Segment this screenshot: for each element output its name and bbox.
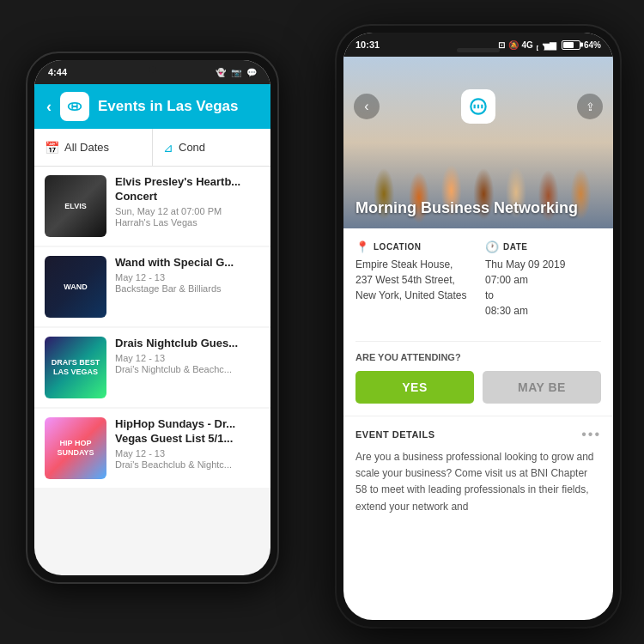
event-hero-title: Morning Business Networking <box>355 199 601 218</box>
event-date-3: May 12 - 13 <box>115 353 260 363</box>
filter-bar-back: 📅 All Dates ⊿ Cond <box>34 129 270 167</box>
event-details-section: EVENT DETAILS ••• Are you a business pro… <box>343 416 613 526</box>
battery-icon <box>562 40 580 50</box>
event-info-4: HipHop Sundays - Dr... Vegas Guest List … <box>115 417 260 470</box>
scene: 4:44 👻 📷 💬 ‹ Events in <box>0 0 644 644</box>
no-notif-icon: 🔕 <box>508 40 519 50</box>
location-pin-icon: 📍 <box>355 240 369 253</box>
date-label: DATE <box>503 242 527 252</box>
filter-cond-label: Cond <box>179 141 205 154</box>
message-icon: 💬 <box>246 68 257 77</box>
location-label-row: 📍 LOCATION <box>355 240 471 253</box>
event-date-4: May 12 - 13 <box>115 448 260 459</box>
camera-front <box>538 45 544 52</box>
event-date-2: May 12 - 13 <box>115 272 260 283</box>
event-details-text: Are you a business professional looking … <box>355 449 601 515</box>
date-value: Thu May 09 2019 07:00 am to 08:30 am <box>485 257 601 319</box>
battery-fill <box>563 42 574 48</box>
hero-logo <box>461 89 495 124</box>
event-venue-3: Drai's Nightclub & Beachc... <box>115 364 260 374</box>
list-item[interactable]: DRAI'S BEST LAS VEGAS Drais Nightclub Gu… <box>34 328 270 407</box>
location-label: LOCATION <box>374 242 421 252</box>
event-name-2: Wand with Special G... <box>115 256 260 270</box>
hero-nav: ‹ ⇪ <box>343 89 613 124</box>
filter-dates[interactable]: 📅 All Dates <box>34 129 153 166</box>
status-time-front: 10:31 <box>355 39 380 50</box>
maybe-button[interactable]: MAY BE <box>483 371 601 404</box>
location-value: Empire Steak House, 237 West 54th Street… <box>355 257 471 303</box>
event-venue-2: Backstage Bar & Billiards <box>115 283 260 294</box>
instagram-icon: 📷 <box>231 68 241 77</box>
back-chevron-icon: ‹ <box>364 99 368 114</box>
event-venue-1: Harrah's Las Vegas <box>115 217 260 228</box>
status-icons-back: 👻 📷 💬 <box>216 68 257 77</box>
event-info-3: Drais Nightclub Gues... May 12 - 13 Drai… <box>115 337 260 374</box>
detail-row: 📍 LOCATION Empire Steak House, 237 West … <box>355 240 601 319</box>
event-thumb-drais: DRAI'S BEST LAS VEGAS <box>45 337 106 398</box>
phone-back: 4:44 👻 📷 💬 ‹ Events in <box>26 52 279 584</box>
camera-back <box>149 66 156 73</box>
date-label-row: 🕐 DATE <box>485 240 601 253</box>
app-header-back: ‹ Events in Las Vegas <box>34 84 270 129</box>
yes-button[interactable]: YES <box>355 371 474 404</box>
event-info-2: Wand with Special G... May 12 - 13 Backs… <box>115 256 260 294</box>
event-thumb-hiphop: HIP HOP SUNDAYS <box>45 417 106 479</box>
event-thumb-elvis: ELVIS <box>45 175 106 237</box>
speaker-front <box>457 48 500 52</box>
event-name-1: Elvis Presley's Heartb...Concert <box>115 175 260 204</box>
hero-title-area: Morning Business Networking <box>343 199 613 218</box>
snapchat-icon: 👻 <box>216 68 226 77</box>
more-options-icon[interactable]: ••• <box>581 427 601 442</box>
attending-section: ARE YOU ATTENDING? YES MAY BE <box>343 341 613 416</box>
event-hero: ‹ ⇪ Morning Business Ne <box>343 57 613 228</box>
logo-back <box>60 92 89 121</box>
filter-dates-label: All Dates <box>64 141 109 154</box>
event-name-4: HipHop Sundays - Dr... Vegas Guest List … <box>115 417 260 447</box>
event-venue-4: Drai's Beachclub & Nightc... <box>115 459 260 470</box>
hero-share-button[interactable]: ⇪ <box>577 94 603 119</box>
phone-front: 10:31 ⊡ 🔕 4G ▄▅▆ 64% <box>337 26 620 627</box>
back-arrow-back[interactable]: ‹ <box>46 98 52 116</box>
detail-section: 📍 LOCATION Empire Steak House, 237 West … <box>343 228 613 331</box>
date-col: 🕐 DATE Thu May 09 2019 07:00 am to 08:30… <box>485 240 601 319</box>
app-title-back: Events in Las Vegas <box>98 98 238 115</box>
list-item[interactable]: ELVIS Elvis Presley's Heartb...Concert S… <box>34 167 270 246</box>
screen-front: 10:31 ⊡ 🔕 4G ▄▅▆ 64% <box>343 33 613 620</box>
event-details-header: EVENT DETAILS ••• <box>355 427 601 442</box>
share-icon: ⇪ <box>586 100 595 113</box>
event-date-1: Sun, May 12 at 07:00 PM <box>115 206 260 216</box>
event-list-back: ELVIS Elvis Presley's Heartb...Concert S… <box>34 167 270 489</box>
status-time-back: 4:44 <box>48 67 67 77</box>
screen-back: 4:44 👻 📷 💬 ‹ Events in <box>34 60 270 575</box>
list-item[interactable]: HIP HOP SUNDAYS HipHop Sundays - Dr... V… <box>34 409 270 488</box>
status-bar-front: 10:31 ⊡ 🔕 4G ▄▅▆ 64% <box>343 33 613 57</box>
event-name-3: Drais Nightclub Gues... <box>115 337 260 351</box>
event-details-label: EVENT DETAILS <box>355 429 434 440</box>
signal-label: 4G <box>522 40 533 50</box>
attending-buttons: YES MAY BE <box>355 371 601 404</box>
filter-icon: ⊿ <box>163 141 173 155</box>
filter-conditions[interactable]: ⊿ Cond <box>153 129 270 166</box>
event-thumb-wand: WAND <box>45 256 106 318</box>
calendar-icon: 📅 <box>45 141 59 155</box>
battery-percent: 64% <box>584 40 601 50</box>
event-info-1: Elvis Presley's Heartb...Concert Sun, Ma… <box>115 175 260 228</box>
location-col: 📍 LOCATION Empire Steak House, 237 West … <box>355 240 471 319</box>
divider-attending <box>355 341 601 342</box>
list-item[interactable]: WAND Wand with Special G... May 12 - 13 … <box>34 247 270 326</box>
status-right-front: ⊡ 🔕 4G ▄▅▆ 64% <box>498 40 601 50</box>
clock-icon: 🕐 <box>485 240 499 253</box>
hero-back-button[interactable]: ‹ <box>354 94 380 119</box>
attending-label: ARE YOU ATTENDING? <box>355 352 601 362</box>
